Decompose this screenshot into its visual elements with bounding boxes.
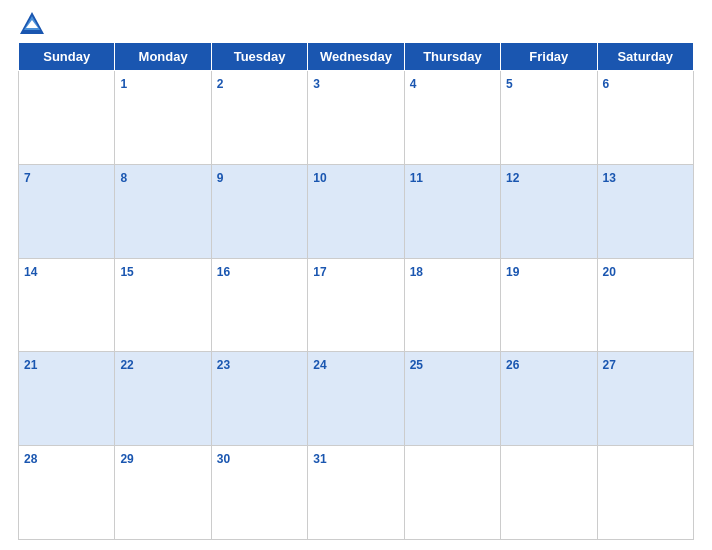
day-number: 11 [410,171,423,185]
calendar-cell: 6 [597,71,693,165]
day-number: 24 [313,358,326,372]
day-number: 31 [313,452,326,466]
weekday-header-row: SundayMondayTuesdayWednesdayThursdayFrid… [19,43,694,71]
day-number: 29 [120,452,133,466]
calendar-cell: 28 [19,446,115,540]
day-number: 30 [217,452,230,466]
week-row-1: 123456 [19,71,694,165]
calendar-cell: 8 [115,164,211,258]
day-number: 15 [120,265,133,279]
week-row-5: 28293031 [19,446,694,540]
day-number: 20 [603,265,616,279]
calendar-cell: 15 [115,258,211,352]
calendar-cell: 30 [211,446,307,540]
calendar-cell: 12 [501,164,597,258]
day-number: 23 [217,358,230,372]
day-number: 9 [217,171,224,185]
day-number: 7 [24,171,31,185]
weekday-header-sunday: Sunday [19,43,115,71]
day-number: 22 [120,358,133,372]
calendar-cell [597,446,693,540]
weekday-header-saturday: Saturday [597,43,693,71]
calendar-cell: 11 [404,164,500,258]
day-number: 26 [506,358,519,372]
day-number: 5 [506,77,513,91]
calendar-cell: 27 [597,352,693,446]
day-number: 8 [120,171,127,185]
calendar-cell [404,446,500,540]
calendar-cell: 19 [501,258,597,352]
calendar-cell: 2 [211,71,307,165]
weekday-header-tuesday: Tuesday [211,43,307,71]
calendar-cell [501,446,597,540]
day-number: 1 [120,77,127,91]
day-number: 16 [217,265,230,279]
day-number: 19 [506,265,519,279]
calendar-cell: 22 [115,352,211,446]
calendar-table: SundayMondayTuesdayWednesdayThursdayFrid… [18,42,694,540]
calendar-cell: 9 [211,164,307,258]
week-row-4: 21222324252627 [19,352,694,446]
calendar-cell [19,71,115,165]
weekday-header-wednesday: Wednesday [308,43,404,71]
calendar-cell: 4 [404,71,500,165]
weekday-header-monday: Monday [115,43,211,71]
week-row-2: 78910111213 [19,164,694,258]
calendar-cell: 23 [211,352,307,446]
calendar-cell: 7 [19,164,115,258]
day-number: 21 [24,358,37,372]
day-number: 18 [410,265,423,279]
weekday-header-thursday: Thursday [404,43,500,71]
calendar-cell: 20 [597,258,693,352]
day-number: 4 [410,77,417,91]
day-number: 6 [603,77,610,91]
calendar-cell: 24 [308,352,404,446]
day-number: 2 [217,77,224,91]
calendar-cell: 14 [19,258,115,352]
day-number: 13 [603,171,616,185]
week-row-3: 14151617181920 [19,258,694,352]
logo-icon [18,10,46,38]
day-number: 12 [506,171,519,185]
calendar-cell: 1 [115,71,211,165]
calendar-cell: 18 [404,258,500,352]
calendar-cell: 3 [308,71,404,165]
weekday-header-friday: Friday [501,43,597,71]
calendar-cell: 26 [501,352,597,446]
day-number: 14 [24,265,37,279]
day-number: 10 [313,171,326,185]
calendar-cell: 17 [308,258,404,352]
calendar-cell: 10 [308,164,404,258]
day-number: 3 [313,77,320,91]
day-number: 17 [313,265,326,279]
calendar-cell: 29 [115,446,211,540]
day-number: 25 [410,358,423,372]
calendar-cell: 16 [211,258,307,352]
top-bar [18,10,694,38]
logo [18,10,50,38]
day-number: 27 [603,358,616,372]
calendar-cell: 31 [308,446,404,540]
calendar-cell: 5 [501,71,597,165]
day-number: 28 [24,452,37,466]
calendar-cell: 21 [19,352,115,446]
calendar-cell: 13 [597,164,693,258]
calendar-cell: 25 [404,352,500,446]
